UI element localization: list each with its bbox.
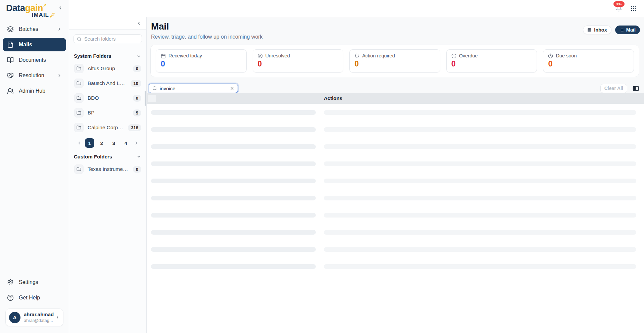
avatar: A <box>9 312 20 323</box>
sidebar-footer: Settings Get Help A ahrar.ahmad ahrar@da… <box>0 276 69 333</box>
skeleton-bar <box>324 230 636 235</box>
folder-search-box[interactable] <box>73 34 142 43</box>
page-header: Mail Review, triage, and follow up on in… <box>147 17 644 40</box>
chevron-down-icon[interactable] <box>137 154 141 159</box>
skeleton-bar <box>324 179 636 183</box>
table-row <box>147 155 644 172</box>
skeleton-bar <box>324 247 636 252</box>
mail-search-box[interactable] <box>149 84 238 93</box>
topbar: 99+ <box>69 0 644 17</box>
clear-all-button[interactable]: Clear All <box>600 84 627 93</box>
rocket-icon <box>50 13 55 18</box>
stat-card-unresolved: Unresolved 0 <box>253 49 344 73</box>
skeleton-bar <box>324 161 636 166</box>
skeleton-bar <box>151 144 316 149</box>
page-title: Mail <box>151 21 639 32</box>
clear-search-icon[interactable] <box>230 86 234 91</box>
folder-page-2[interactable]: 2 <box>97 138 106 148</box>
chevron-down-icon[interactable] <box>137 54 141 58</box>
skeleton-bar <box>151 179 316 183</box>
sidebar-item-get-help[interactable]: Get Help <box>3 291 66 304</box>
folder-page-3[interactable]: 3 <box>109 138 118 148</box>
folder-row-bausch-and-lomb[interactable]: Bausch And Lomb 10 <box>71 76 144 90</box>
folder-row-bp[interactable]: BP 5 <box>71 106 144 120</box>
notifications-button[interactable]: 99+ <box>615 5 622 12</box>
x-circle-icon <box>258 53 263 58</box>
folder-row-altus-group[interactable]: Altus Group 0 <box>71 61 144 76</box>
main-sidebar: Datagain↗ IMAIL Batches Mails Documents … <box>0 0 69 333</box>
folder-page-1[interactable]: 1 <box>85 138 94 148</box>
table-skeleton-body <box>147 104 644 275</box>
table-row <box>147 206 644 224</box>
alert-circle-icon <box>451 53 456 58</box>
user-card[interactable]: A ahrar.ahmad ahrar@datag... <box>5 308 63 326</box>
skeleton-bar <box>151 110 316 115</box>
brand-wordmark: Datagain↗ <box>6 3 64 13</box>
sidebar-collapse-button[interactable] <box>58 5 63 10</box>
folder-search-input[interactable] <box>84 36 139 42</box>
skeleton-bar <box>324 144 636 149</box>
folder-page-4[interactable]: 4 <box>121 138 131 148</box>
table-row <box>147 241 644 258</box>
more-vertical-icon[interactable] <box>55 315 60 320</box>
skeleton-bar <box>324 213 636 218</box>
filter-row: Clear All <box>149 83 639 93</box>
sidebar-item-documents[interactable]: Documents <box>3 53 66 67</box>
search-icon <box>152 86 157 91</box>
columns-icon <box>632 85 639 92</box>
table-row <box>147 172 644 189</box>
grid-dots-icon <box>630 5 637 12</box>
table-row <box>147 224 644 241</box>
skeleton-bar <box>151 230 316 235</box>
user-meta: ahrar.ahmad ahrar@datag... <box>24 312 52 323</box>
folder-row-bdo[interactable]: BDO 0 <box>71 91 144 105</box>
sidebar-item-label: Resolution <box>19 73 44 79</box>
actions-column-header: Actions <box>324 95 342 101</box>
help-circle-icon <box>7 294 14 301</box>
sidebar-item-batches[interactable]: Batches <box>3 22 66 36</box>
stat-card-due-soon: Due soon 0 <box>543 49 634 73</box>
scrollbar-thumb[interactable] <box>145 91 146 106</box>
header-skeleton-cell <box>148 95 156 102</box>
stat-label: Unresolved <box>265 53 290 58</box>
mail-table: Actions 0–0 of 0 1 2 3 ⋯ 240 Go to: Go R… <box>147 93 644 333</box>
folder-name: BP <box>88 110 95 116</box>
skeleton-bar <box>151 127 316 132</box>
folder-panel-collapse-button[interactable] <box>137 21 141 26</box>
mail-search-input[interactable] <box>160 86 227 91</box>
skeleton-bar <box>324 264 636 269</box>
sidebar-item-resolution[interactable]: Resolution <box>3 69 66 82</box>
notifications-badge: 99+ <box>613 1 625 7</box>
folder-name: Calpine Corporation <box>88 125 124 131</box>
next-page-button[interactable] <box>133 141 139 145</box>
prev-page-button[interactable] <box>76 141 82 145</box>
folder-icon <box>74 93 84 103</box>
sidebar-item-admin-hub[interactable]: Admin Hub <box>3 84 66 98</box>
skeleton-bar <box>324 127 636 132</box>
sidebar-item-label: Settings <box>19 279 38 285</box>
apps-grid-button[interactable] <box>630 5 637 12</box>
sidebar-item-label: Documents <box>19 57 46 63</box>
inbox-toggle-button[interactable]: Inbox <box>583 26 611 34</box>
table-row <box>147 121 644 138</box>
stat-value: 0 <box>451 59 532 68</box>
table-header: Actions <box>147 93 644 104</box>
page-subtitle: Review, triage, and follow up on incomin… <box>151 34 639 40</box>
skeleton-bar <box>151 264 316 269</box>
table-row <box>147 189 644 206</box>
folder-row-texas-instruments[interactable]: Texas Instruments Inc. 0 <box>71 162 144 176</box>
sidebar-item-mails[interactable]: Mails <box>3 38 66 51</box>
folder-row-calpine-corporation[interactable]: Calpine Corporation 318 <box>71 121 144 135</box>
stat-value: 0 <box>548 59 629 68</box>
stat-card-received-today: Received today 0 <box>156 49 247 73</box>
skeleton-bar <box>324 196 636 200</box>
stat-label: Due soon <box>556 53 577 58</box>
search-icon <box>77 37 82 41</box>
mail-toggle-button[interactable]: Mail <box>615 26 640 34</box>
column-settings-button[interactable] <box>632 85 639 92</box>
skeleton-bar <box>324 110 636 115</box>
skeleton-bar <box>151 161 316 166</box>
sidebar-item-settings[interactable]: Settings <box>3 276 66 289</box>
stat-label: Action required <box>362 53 395 58</box>
bell-icon <box>354 53 359 58</box>
